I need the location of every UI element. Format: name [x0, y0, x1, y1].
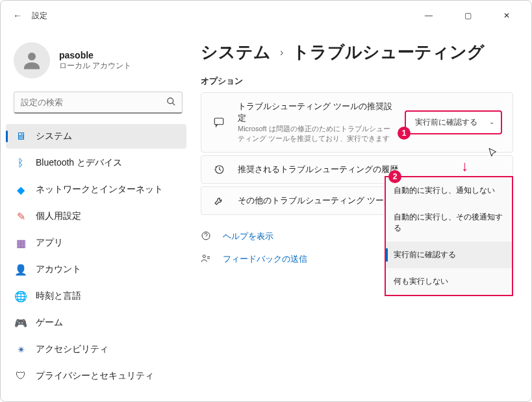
personalization-icon: ✎	[15, 210, 27, 222]
menu-option[interactable]: 何も実行しない	[386, 268, 512, 295]
sidebar-item-label: システム	[36, 131, 72, 142]
sidebar-item-label: アクセシビリティ	[36, 344, 108, 355]
sidebar-item-label: ゲーム	[36, 317, 63, 329]
arrow-down-icon: ↓	[461, 158, 468, 175]
chevron-down-icon: ⌄	[489, 118, 494, 125]
sidebar-item-label: Bluetooth とデバイス	[36, 157, 122, 169]
callout-badge-2: 2	[388, 170, 401, 183]
menu-option[interactable]: 実行前に確認する	[386, 242, 512, 268]
gaming-icon: 🎮	[15, 317, 27, 329]
maximize-button[interactable]: ▢	[456, 11, 479, 20]
sidebar-item-label: 個人用設定	[36, 210, 81, 222]
wrench-icon	[212, 195, 226, 207]
history-icon	[212, 164, 226, 175]
cursor-icon	[487, 147, 499, 162]
sidebar-item-label: アカウント	[36, 264, 81, 275]
card-title: トラブルシューティング ツールの推奨設定	[238, 101, 393, 124]
help-link[interactable]: ヘルプを表示	[223, 231, 273, 242]
minimize-button[interactable]: —	[417, 11, 440, 20]
sidebar-item-label: 時刻と言語	[36, 290, 81, 302]
system-icon: 🖥	[15, 131, 27, 142]
user-name: pasoble	[59, 50, 131, 60]
search-icon	[166, 97, 176, 108]
breadcrumb: システム › トラブルシューティング	[201, 41, 513, 64]
sidebar-item-privacy[interactable]: 🛡プライバシーとセキュリティ	[6, 364, 186, 388]
sidebar-item-time[interactable]: 🌐時刻と言語	[6, 284, 186, 308]
time-icon: 🌐	[15, 290, 27, 302]
titlebar: ← 設定 — ▢ ✕	[1, 1, 531, 31]
chat-icon	[212, 116, 226, 128]
svg-point-1	[168, 98, 173, 104]
back-button[interactable]: ←	[6, 4, 29, 27]
search-box[interactable]	[14, 92, 183, 114]
section-label: オプション	[201, 75, 513, 87]
user-subtitle: ローカル アカウント	[59, 60, 131, 71]
sidebar-item-bluetooth[interactable]: ᛒBluetooth とデバイス	[6, 151, 186, 175]
sidebar-item-personalization[interactable]: ✎個人用設定	[6, 204, 186, 229]
svg-line-2	[172, 103, 175, 105]
breadcrumb-page: トラブルシューティング	[292, 41, 485, 64]
sidebar: pasoble ローカル アカウント 🖥システムᛒBluetooth とデバイス…	[1, 31, 196, 401]
sidebar-item-gaming[interactable]: 🎮ゲーム	[6, 310, 186, 335]
search-input[interactable]	[14, 92, 183, 114]
accessibility-icon: ✴	[15, 344, 27, 355]
main-panel: システム › トラブルシューティング オプション トラブルシューティング ツール…	[196, 31, 531, 401]
card-subtitle: Microsoft は問題の修正のためにトラブルシューティング ツールを推奨して…	[238, 124, 393, 144]
menu-option[interactable]: 自動的に実行し、その後通知する	[386, 204, 512, 242]
sidebar-item-network[interactable]: ◆ネットワークとインターネット	[6, 177, 186, 202]
breadcrumb-root[interactable]: システム	[201, 41, 271, 64]
card-recommended-settings: トラブルシューティング ツールの推奨設定 Microsoft は問題の修正のため…	[201, 92, 513, 153]
sidebar-item-label: アプリ	[36, 237, 63, 249]
bluetooth-icon: ᛒ	[15, 157, 27, 169]
svg-point-6	[203, 255, 205, 257]
accounts-icon: 👤	[15, 264, 27, 275]
callout-badge-1: 1	[398, 127, 411, 140]
recommended-dropdown[interactable]: 実行前に確認する ⌄	[405, 110, 502, 134]
avatar	[14, 42, 50, 79]
dropdown-value-text: 実行前に確認する	[415, 118, 477, 127]
sidebar-item-system[interactable]: 🖥システム	[6, 124, 186, 149]
user-block[interactable]: pasoble ローカル アカウント	[6, 40, 196, 89]
sidebar-item-accessibility[interactable]: ✴アクセシビリティ	[6, 337, 186, 362]
sidebar-item-label: ネットワークとインターネット	[36, 184, 163, 195]
svg-rect-3	[214, 118, 223, 125]
privacy-icon: 🛡	[15, 370, 27, 382]
close-button[interactable]: ✕	[495, 11, 518, 20]
network-icon: ◆	[15, 184, 27, 195]
sidebar-item-accounts[interactable]: 👤アカウント	[6, 257, 186, 282]
svg-point-0	[28, 53, 36, 60]
sidebar-item-label: プライバシーとセキュリティ	[36, 370, 154, 382]
dropdown-menu[interactable]: 自動的に実行し、通知しない自動的に実行し、その後通知する実行前に確認する何も実行…	[385, 176, 513, 296]
sidebar-item-apps[interactable]: ▦アプリ	[6, 231, 186, 255]
menu-option[interactable]: 自動的に実行し、通知しない	[386, 177, 512, 204]
feedback-link[interactable]: フィードバックの送信	[223, 253, 307, 265]
window-title: 設定	[32, 10, 47, 21]
nav-list: 🖥システムᛒBluetooth とデバイス◆ネットワークとインターネット✎個人用…	[6, 124, 196, 388]
breadcrumb-sep-icon: ›	[280, 47, 283, 58]
help-icon	[201, 231, 212, 243]
window-controls: — ▢ ✕	[417, 11, 526, 20]
user-info: pasoble ローカル アカウント	[59, 50, 131, 71]
feedback-icon	[201, 253, 212, 266]
apps-icon: ▦	[15, 237, 27, 249]
